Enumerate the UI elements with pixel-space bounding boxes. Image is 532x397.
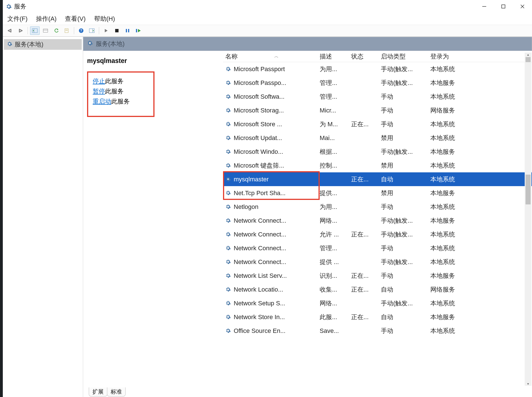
svg-point-36 <box>228 192 229 193</box>
show-hide-tree-button[interactable] <box>30 26 40 35</box>
cell-name: Microsoft Store ... <box>223 121 317 128</box>
scroll-thumb[interactable] <box>526 175 531 204</box>
menu-view[interactable]: 查看(V) <box>64 13 86 24</box>
column-name[interactable]: 名称︿ <box>223 52 317 61</box>
service-row[interactable]: Network Store In...此服...正在...自动本地服务 <box>223 310 532 324</box>
service-row[interactable]: Netlogon为用...手动本地系统 <box>223 200 532 214</box>
stop-service-button[interactable] <box>112 26 122 35</box>
tab-standard[interactable]: 标准 <box>107 387 126 396</box>
menu-help[interactable]: 帮助(H) <box>94 13 116 24</box>
service-row[interactable]: Network Connect...提供 ...手动(触发...本地系统 <box>223 255 532 269</box>
service-row[interactable]: Office Source En...Save...手动本地系统 <box>223 324 532 338</box>
restart-service-button[interactable] <box>133 26 143 35</box>
gear-icon <box>225 80 231 86</box>
stop-service-line: 停止此服务 <box>93 77 149 85</box>
column-description[interactable]: 描述 <box>317 52 349 61</box>
service-row[interactable]: Network Setup S...网络...手动(触发...本地系统 <box>223 296 532 310</box>
scroll-down-arrow[interactable]: ▾ <box>525 382 531 386</box>
vertical-scrollbar[interactable]: ▴ ▾ <box>525 53 531 386</box>
service-row[interactable]: Microsoft Updat...Mai...禁用本地系统 <box>223 131 532 145</box>
help-button[interactable]: ? <box>76 26 86 35</box>
close-button[interactable] <box>513 0 532 13</box>
scroll-thumb[interactable] <box>526 57 531 62</box>
menu-file[interactable]: 文件(F) <box>7 13 28 24</box>
service-row[interactable]: Network Connect...网络...手动(触发...本地服务 <box>223 214 532 227</box>
service-row[interactable]: Microsoft Softwa...管理...手动本地系统 <box>223 90 532 103</box>
main-header: 服务(本地) <box>83 37 532 51</box>
forward-button[interactable] <box>16 26 25 35</box>
svg-point-31 <box>228 123 229 125</box>
cell-name: Network Connect... <box>223 231 317 238</box>
svg-point-42 <box>228 275 229 276</box>
gear-icon <box>225 163 231 169</box>
scroll-track <box>525 53 531 386</box>
pause-service-link[interactable]: 暂停 <box>93 88 105 95</box>
cell-logon-as: 本地系统 <box>428 120 476 128</box>
column-logon-as[interactable]: 登录为 <box>428 52 476 61</box>
cell-description: Save... <box>317 327 349 335</box>
toolbar-separator <box>28 27 28 34</box>
toolbar-separator <box>74 27 74 34</box>
cell-startup-type: 禁用 <box>379 134 428 142</box>
cell-startup-type: 手动(触发... <box>379 148 428 156</box>
pause-service-button[interactable] <box>123 26 132 35</box>
cell-startup-type: 手动(触发... <box>379 258 428 266</box>
export-list-button[interactable] <box>41 26 50 35</box>
restart-service-link[interactable]: 重启动 <box>93 98 111 105</box>
service-name-text: Network Setup S... <box>234 300 285 307</box>
menu-action[interactable]: 操作(A) <box>35 13 57 24</box>
cell-description: 为 M... <box>317 120 349 128</box>
svg-point-27 <box>228 68 229 69</box>
tab-extended[interactable]: 扩展 <box>89 387 107 396</box>
service-row[interactable]: Microsoft Passport为用...手动(触发...本地系统 <box>223 62 532 76</box>
service-row[interactable]: Network List Serv...识别...正在...手动本地服务 <box>223 269 532 283</box>
service-row[interactable]: Microsoft Store ...为 M...正在...手动本地系统 <box>223 117 532 131</box>
cell-description: 管理... <box>317 93 349 101</box>
cell-name: Network Setup S... <box>223 300 317 307</box>
maximize-button[interactable] <box>494 0 513 13</box>
service-row[interactable]: mysqlmaster正在...自动本地系统 <box>223 172 532 186</box>
column-startup-type[interactable]: 启动类型 <box>379 52 428 61</box>
tree-node-services-local[interactable]: 服务(本地) <box>4 39 82 50</box>
svg-rect-20 <box>115 29 119 32</box>
properties-button[interactable] <box>62 26 72 35</box>
cell-logon-as: 本地系统 <box>428 65 476 73</box>
svg-point-0 <box>8 6 10 7</box>
gear-icon <box>225 245 231 251</box>
column-status[interactable]: 状态 <box>349 52 379 61</box>
service-row[interactable]: Network Connect...允许 ...正在...手动(触发...本地系… <box>223 227 532 241</box>
service-row[interactable]: Network Locatio...收集...正在...自动网络服务 <box>223 283 532 296</box>
scroll-up-arrow[interactable]: ▴ <box>525 53 531 57</box>
refresh-button[interactable] <box>51 26 61 35</box>
service-row[interactable]: Microsoft Windo...根据...手动(触发...本地服务 <box>223 145 532 159</box>
service-row[interactable]: Network Connect...管理...手动本地系统 <box>223 241 532 255</box>
toolbar-separator <box>99 27 99 34</box>
cell-name: Netlogon <box>223 203 317 211</box>
service-name-text: Microsoft Updat... <box>234 134 282 142</box>
cell-logon-as: 本地系统 <box>428 299 476 308</box>
service-name-text: Office Source En... <box>234 327 285 335</box>
start-service-button[interactable] <box>101 26 111 35</box>
cell-name: Network Connect... <box>223 245 317 252</box>
svg-point-26 <box>89 42 91 44</box>
stop-service-link[interactable]: 停止 <box>93 78 105 85</box>
service-row[interactable]: Microsoft 键盘筛...控制...禁用本地系统 <box>223 159 532 172</box>
svg-marker-7 <box>33 30 34 31</box>
list-rows: Microsoft Passport为用...手动(触发...本地系统Micro… <box>223 62 532 387</box>
cell-description: 为用... <box>317 203 349 211</box>
back-button[interactable] <box>5 26 15 35</box>
service-row[interactable]: Microsoft Passpo...管理...手动(触发...本地服务 <box>223 76 532 90</box>
svg-point-30 <box>228 109 229 111</box>
svg-rect-21 <box>126 29 127 32</box>
show-hide-action-pane-button[interactable] <box>87 26 97 35</box>
gear-icon <box>225 135 231 141</box>
gear-icon <box>225 190 231 196</box>
tree-node-label: 服务(本地) <box>15 40 44 49</box>
column-name-label: 名称 <box>225 52 238 61</box>
cell-description: 控制... <box>317 161 349 170</box>
cell-name: Network List Serv... <box>223 272 317 279</box>
service-row[interactable]: Net.Tcp Port Sha...提供...禁用本地服务 <box>223 186 532 200</box>
service-row[interactable]: Microsoft Storag...Micr...手动网络服务 <box>223 103 532 117</box>
minimize-button[interactable] <box>475 0 494 13</box>
gear-icon <box>225 287 231 293</box>
